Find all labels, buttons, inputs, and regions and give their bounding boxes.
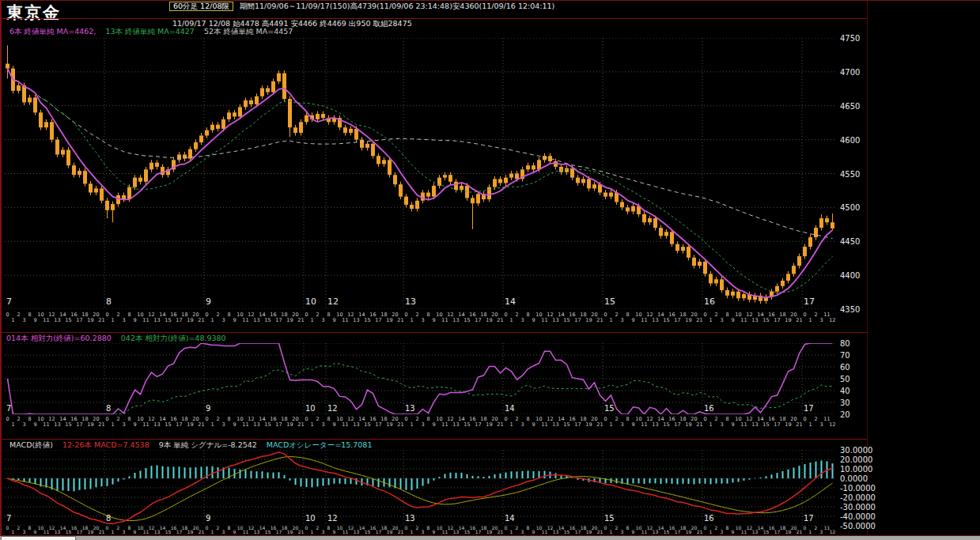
- hour-label: 1: [808, 421, 812, 428]
- hour-label: 3: [422, 529, 425, 534]
- hour-label: 0: [804, 526, 807, 531]
- axis-tick-label: 4450: [840, 237, 860, 246]
- hour-label: 11: [342, 421, 348, 428]
- axis-tick-label: 4500: [840, 203, 860, 212]
- legend-item: 13本 終値単純 MA=4427: [105, 27, 194, 36]
- macd-chart-panel[interactable]: 78910121314151617: [5, 450, 835, 526]
- separator-line: [0, 332, 867, 333]
- hour-label: 15: [65, 317, 71, 323]
- hour-label: 11: [740, 317, 747, 323]
- hour-label: 2: [715, 526, 718, 531]
- day-label: 12: [327, 404, 338, 413]
- legend-item: MACD(終値): [9, 440, 53, 449]
- hour-label: 9: [432, 317, 435, 323]
- hour-label: 11: [541, 421, 547, 428]
- hour-label: 17: [574, 317, 581, 323]
- axis-tick-label: -30.0000: [840, 503, 876, 512]
- hour-label: 0: [305, 312, 308, 318]
- hour-label: 0: [105, 416, 108, 422]
- hour-label: 3: [221, 317, 225, 323]
- hour-label: 1: [509, 317, 513, 323]
- hour-label: 1: [709, 421, 712, 428]
- rsi-time-axis: 0123891011121314151617181920210123891011…: [5, 415, 835, 428]
- hour-label: 9: [433, 529, 436, 534]
- hour-label: 17: [674, 317, 680, 323]
- day-label: 7: [6, 404, 11, 413]
- hour-label: 13: [452, 317, 459, 323]
- day-label: 15: [604, 404, 615, 413]
- day-label: 17: [804, 404, 814, 413]
- hour-label: 9: [432, 421, 435, 428]
- tokyo-gold-chart-window: 東京金 60分足 12/08限 期間11/09/06～11/09/17(150)…: [0, 0, 980, 540]
- day-label: 16: [704, 514, 714, 523]
- legend-item: 014本 相対力(終値)=60.2880: [6, 334, 112, 342]
- hour-label: 8: [127, 312, 131, 318]
- hour-label: 17: [475, 421, 481, 428]
- hour-label: 3: [520, 317, 524, 323]
- hour-label: 9: [133, 317, 136, 323]
- horizontal-scrollbar[interactable]: [0, 536, 980, 540]
- hour-label: 9: [632, 529, 635, 534]
- hour-label: 1: [210, 421, 214, 428]
- timeframe-contract-box[interactable]: 60分足 12/08限: [169, 2, 233, 11]
- axis-tick-label: 4350: [840, 305, 860, 314]
- rsi-chart-panel[interactable]: 78910121314151617: [5, 343, 835, 414]
- hour-label: 21: [397, 317, 403, 323]
- hour-label: 13: [54, 317, 60, 323]
- hour-label: 9: [133, 421, 136, 428]
- hour-label: 3: [720, 317, 723, 323]
- hour-label: 21: [596, 421, 603, 428]
- hour-label: 17: [176, 421, 182, 428]
- hour-label: 15: [464, 421, 470, 428]
- hour-label: 2: [116, 312, 119, 318]
- hour-label: 21: [199, 529, 205, 534]
- hour-label: 8: [426, 416, 429, 422]
- chart-info-line: 60分足 12/08限 期間11/09/06～11/09/17(150)高473…: [169, 2, 554, 12]
- hour-label: 2: [615, 416, 618, 422]
- day-label: 15: [604, 514, 615, 523]
- hour-label: 11: [740, 421, 747, 428]
- hour-label: 21: [298, 529, 305, 534]
- legend-item: 6本 終値単純 MA=4462,: [9, 27, 96, 36]
- day-label: 8: [106, 514, 111, 523]
- day-label: 17: [804, 296, 815, 307]
- hour-label: 3: [322, 529, 325, 534]
- axis-tick-label: 0.0000: [840, 474, 868, 483]
- hour-label: 0: [404, 312, 407, 318]
- hour-label: 9: [631, 317, 634, 323]
- hour-label: 11: [641, 317, 647, 323]
- hour-label: 17: [574, 421, 581, 428]
- hour-label: 15: [65, 421, 71, 428]
- hour-label: 3: [819, 317, 823, 323]
- hour-label: 2: [815, 526, 818, 531]
- day-label: 7: [6, 296, 12, 307]
- scrollbar-thumb[interactable]: [1, 536, 76, 540]
- candlestick-chart-panel[interactable]: 78910121314151617: [5, 38, 835, 309]
- hour-label: 1: [411, 529, 414, 534]
- hour-label: 17: [76, 421, 82, 428]
- hour-label: 3: [321, 421, 324, 428]
- hour-label: 9: [333, 529, 336, 534]
- hour-label: 15: [563, 421, 569, 428]
- hour-label: 3: [421, 421, 424, 428]
- hour-label: 9: [233, 421, 236, 428]
- hour-label: 12: [830, 529, 835, 534]
- hour-label: 2: [714, 416, 717, 422]
- hour-label: 0: [803, 312, 806, 318]
- hour-label: 2: [515, 312, 518, 318]
- hour-label: 17: [375, 421, 381, 428]
- hour-label: 3: [122, 317, 125, 323]
- hour-label: 2: [714, 312, 717, 318]
- hour-label: 21: [98, 317, 104, 323]
- hour-label: 11: [43, 421, 49, 428]
- axis-tick-label: -10.0000: [840, 484, 876, 493]
- day-label: 9: [206, 514, 210, 523]
- hour-label: 8: [227, 416, 230, 422]
- hour-label: 12: [829, 317, 835, 323]
- day-label: 7: [6, 514, 11, 523]
- hour-label: 9: [332, 317, 335, 323]
- hour-label: 15: [563, 317, 569, 323]
- hour-label: 15: [762, 317, 769, 323]
- hour-label: 3: [521, 529, 524, 534]
- hour-label: 13: [353, 421, 359, 428]
